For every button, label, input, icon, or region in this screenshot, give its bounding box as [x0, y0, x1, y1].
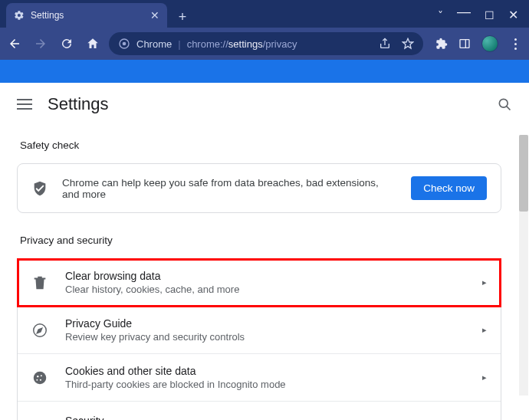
home-button[interactable] — [86, 37, 100, 51]
compass-icon — [31, 322, 48, 339]
maximize-icon[interactable]: ☐ — [485, 9, 495, 21]
minimize-icon[interactable]: — — [457, 4, 471, 20]
url-path-sub: /privacy — [263, 38, 297, 50]
address-bar[interactable]: Chrome | chrome://settings/privacy — [109, 32, 423, 55]
row-sub: Clear history, cookies, cache, and more — [65, 284, 239, 295]
settings-header: Settings — [0, 83, 529, 126]
chevron-down-icon[interactable]: ˅ — [438, 9, 443, 21]
row-title: Cookies and other site data — [65, 365, 286, 377]
row-privacy-guide[interactable]: Privacy Guide Review key privacy and sec… — [18, 307, 501, 354]
safety-check-card: Chrome can help keep you safe from data … — [17, 163, 501, 213]
menu-button[interactable] — [509, 38, 521, 50]
share-icon[interactable] — [379, 38, 391, 50]
scrollbar-thumb[interactable] — [519, 135, 528, 212]
omnibox-app-label: Chrome — [136, 38, 172, 50]
window-controls: ˅ — ☐ ✕ — [438, 7, 529, 28]
svg-point-7 — [34, 371, 47, 384]
page-content: Settings Safety check Chrome can help ke… — [0, 83, 529, 420]
svg-point-11 — [36, 379, 38, 380]
header-blue-area — [0, 60, 529, 83]
cookie-icon — [31, 369, 48, 386]
row-sub: Review key privacy and security controls — [65, 331, 245, 343]
side-panel-icon[interactable] — [458, 38, 471, 50]
shield-icon — [31, 180, 48, 197]
reload-button[interactable] — [60, 37, 74, 51]
menu-icon[interactable] — [17, 99, 32, 110]
section-safety-check: Safety check — [20, 139, 501, 151]
safety-check-text: Chrome can help keep you safe from data … — [62, 177, 397, 200]
forward-button[interactable] — [34, 37, 48, 51]
svg-point-4 — [499, 99, 508, 107]
section-privacy: Privacy and security — [20, 235, 501, 246]
close-icon[interactable]: ✕ — [508, 8, 518, 22]
tab-title: Settings — [31, 10, 64, 21]
url-path-main: settings — [228, 38, 263, 50]
new-tab-button[interactable]: + — [172, 6, 193, 28]
bookmark-icon[interactable] — [402, 38, 414, 50]
browser-tab[interactable]: Settings ✕ — [6, 3, 167, 28]
svg-point-8 — [37, 375, 38, 376]
row-title: Privacy Guide — [65, 317, 245, 330]
row-sub: Third-party cookies are blocked in Incog… — [65, 379, 286, 390]
page-title: Settings — [48, 94, 109, 114]
svg-point-1 — [123, 42, 127, 46]
browser-toolbar: Chrome | chrome://settings/privacy — [0, 28, 529, 60]
search-icon[interactable] — [497, 97, 512, 112]
chevron-right-icon: ▸ — [482, 277, 487, 287]
extensions-icon[interactable] — [435, 38, 448, 50]
row-title: Clear browsing data — [65, 270, 239, 282]
url-scheme: chrome:// — [187, 38, 228, 50]
row-security[interactable]: Security — [18, 402, 501, 420]
svg-point-9 — [41, 375, 42, 376]
svg-rect-2 — [460, 40, 469, 48]
profile-avatar[interactable] — [481, 35, 498, 52]
row-cookies[interactable]: Cookies and other site data Third-party … — [18, 354, 501, 402]
row-title: Security — [65, 415, 104, 420]
separator: | — [178, 38, 180, 50]
trash-icon — [31, 274, 48, 291]
chevron-right-icon: ▸ — [482, 372, 487, 382]
back-button[interactable] — [8, 37, 21, 51]
chrome-icon — [118, 38, 130, 50]
svg-point-10 — [40, 379, 41, 380]
tab-close-icon[interactable]: ✕ — [150, 9, 159, 21]
privacy-list: Clear browsing data Clear history, cooki… — [17, 258, 501, 420]
check-now-button[interactable]: Check now — [411, 176, 487, 200]
gear-icon — [14, 10, 25, 21]
chevron-right-icon: ▸ — [482, 325, 487, 335]
window-titlebar: Settings ✕ + ˅ — ☐ ✕ — [0, 0, 529, 28]
row-clear-browsing-data[interactable]: Clear browsing data Clear history, cooki… — [18, 259, 501, 307]
svg-line-5 — [507, 107, 511, 110]
